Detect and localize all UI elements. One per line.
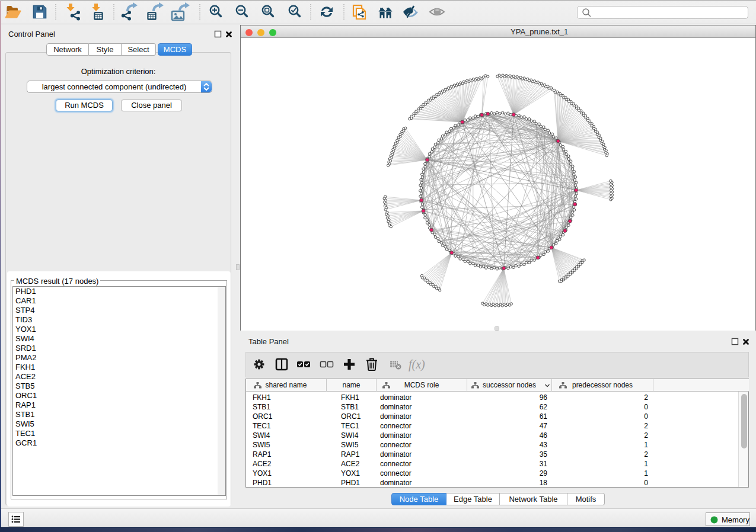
svg-text:f(x): f(x): [409, 358, 425, 371]
